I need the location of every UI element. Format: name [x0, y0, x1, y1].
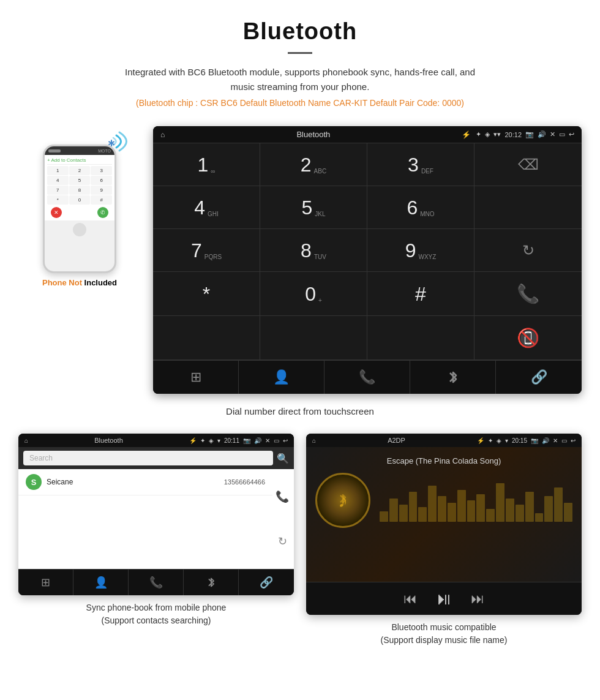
music-time: 20:15	[512, 437, 527, 444]
close-icon[interactable]: ✕	[550, 130, 555, 138]
pb-nav-contacts[interactable]: 👤	[73, 570, 129, 595]
dial-key-4[interactable]: 4GHI	[153, 186, 260, 229]
music-close-icon[interactable]: ✕	[553, 437, 558, 444]
phonebook-search[interactable]: Search	[23, 451, 273, 465]
call-button[interactable]: 📞	[517, 283, 539, 304]
music-back-icon[interactable]: ↩	[571, 437, 576, 444]
camera-icon: 📷	[525, 130, 534, 138]
dial-key-0[interactable]: 0+	[260, 272, 367, 316]
pb-nav-phone[interactable]: 📞	[129, 570, 184, 595]
play-pause-button[interactable]: ⏯	[435, 589, 452, 609]
music-wifi-icon: ▾	[505, 437, 508, 444]
phonebook-side-icons: 📞 ↻	[276, 469, 289, 569]
pb-bt-icon: ✦	[200, 437, 205, 444]
dial-screen: ⌂ Bluetooth ⚡ ✦ ◈ ▾▾ 20:12 📷 🔊 ✕ ▭ ↩ 1∞	[153, 126, 582, 394]
prev-button[interactable]: ⏮	[403, 591, 417, 607]
phone-mock: MOTO + Add to Contacts 1 2 3 4 5 6 7 8 9	[43, 145, 116, 273]
dial-nav-keypad[interactable]: ⊞	[153, 361, 239, 394]
music-caption: Bluetooth music compatible(Support displ…	[381, 621, 508, 647]
phone-area: ∗ MOTO + Add to Contacts 1 2 3 4	[18, 126, 141, 287]
dial-key-hash[interactable]: #	[367, 272, 474, 316]
dial-key-7[interactable]: 7PQRS	[153, 229, 260, 272]
refresh-icon: ↻	[522, 242, 534, 259]
phonebook-contact-list: S Seicane 13566664466 📞 ↻	[18, 469, 294, 569]
home-icon[interactable]: ⌂	[160, 130, 165, 139]
music-screen-title: A2DP	[320, 437, 473, 444]
pb-close-icon[interactable]: ✕	[265, 437, 270, 444]
dial-key-star[interactable]: *	[153, 272, 260, 316]
dial-grid: 1∞ 2ABC 3DEF ⌫ 4GHI	[153, 143, 582, 360]
music-main: Escape (The Pina Colada Song) ♪	[306, 447, 582, 582]
dial-key-9[interactable]: 9WXYZ	[367, 229, 474, 272]
music-location-icon: ◈	[497, 437, 501, 444]
backspace-icon[interactable]: ⌫	[518, 156, 539, 173]
next-button[interactable]: ⏭	[471, 591, 484, 607]
music-controls: ⏮ ⏯ ⏭	[306, 582, 582, 615]
dial-key-5[interactable]: 5JKL	[260, 186, 367, 229]
dial-extra-2	[260, 316, 367, 360]
clock: 20:12	[504, 131, 522, 138]
music-bt-overlay-icon	[338, 493, 348, 508]
pb-home-icon[interactable]: ⌂	[24, 437, 28, 444]
music-home-icon[interactable]: ⌂	[312, 437, 316, 444]
dial-empty-2	[474, 186, 582, 229]
volume-icon: 🔊	[538, 130, 546, 138]
dial-caption: Dial number direct from touchscreen	[0, 406, 600, 416]
dial-nav-contacts[interactable]: 👤	[239, 361, 324, 394]
phonebook-bottom-nav: ⊞ 👤 📞 🔗	[18, 569, 294, 595]
bluetooth-signal-icon: ∗	[104, 123, 135, 160]
wifi-icon: ▾▾	[493, 130, 501, 138]
screen-icon: ▭	[559, 130, 565, 138]
pb-bt-nav-icon	[206, 576, 216, 589]
dial-nav-bluetooth[interactable]	[410, 361, 496, 394]
dial-refresh-cell[interactable]: ↻	[474, 229, 582, 272]
end-call-button[interactable]: 📵	[517, 327, 539, 348]
pb-nav-link[interactable]: 🔗	[239, 570, 294, 595]
phone-not-included-label: Phone Not Included	[42, 278, 117, 287]
back-icon[interactable]: ↩	[569, 130, 574, 138]
phone-home-button	[73, 223, 86, 236]
bottom-row: ⌂ Bluetooth ⚡ ✦ ◈ ▾ 20:11 📷 🔊 ✕ ▭ ↩ Sear…	[0, 427, 600, 659]
pb-screen-icon: ▭	[274, 437, 279, 444]
dial-nav-phone[interactable]: 📞	[324, 361, 410, 394]
music-song-title: Escape (The Pina Colada Song)	[387, 456, 501, 465]
music-area: ♪	[315, 473, 572, 528]
pb-call-icon[interactable]: 📞	[276, 490, 289, 503]
pb-camera-icon: 📷	[243, 437, 250, 444]
header-divider	[288, 52, 312, 54]
dial-key-6[interactable]: 6MNO	[367, 186, 474, 229]
music-section: ⌂ A2DP ⚡ ✦ ◈ ▾ 20:15 📷 🔊 ✕ ▭ ↩ Escape (T…	[306, 434, 582, 647]
dial-key-2[interactable]: 2ABC	[260, 143, 367, 186]
music-vol-icon: 🔊	[542, 437, 549, 444]
phonebook-statusbar: ⌂ Bluetooth ⚡ ✦ ◈ ▾ 20:11 📷 🔊 ✕ ▭ ↩	[18, 434, 294, 447]
page-title: Bluetooth	[12, 18, 588, 45]
dial-key-3[interactable]: 3DEF	[367, 143, 474, 186]
pb-back-icon[interactable]: ↩	[283, 437, 288, 444]
contact-number: 13566664466	[224, 478, 265, 486]
dial-screen-title: Bluetooth	[170, 130, 457, 139]
contact-row[interactable]: S Seicane 13566664466	[18, 469, 272, 495]
pb-nav-bluetooth[interactable]	[184, 570, 239, 595]
dial-key-1[interactable]: 1∞	[153, 143, 260, 186]
music-album-art: ♪	[315, 473, 370, 528]
music-usb-icon: ⚡	[477, 437, 484, 444]
music-bt-icon: ✦	[488, 437, 493, 444]
dial-end-call-extra[interactable]: 📵	[474, 316, 582, 360]
header-description: Integrated with BC6 Bluetooth module, su…	[116, 65, 484, 94]
dial-bottom-nav: ⊞ 👤 📞 🔗	[153, 360, 582, 394]
bluetooth-status-icon: ✦	[476, 130, 481, 138]
dial-extra-1	[153, 316, 260, 360]
phonebook-caption: Sync phone-book from mobile phone(Suppor…	[86, 601, 227, 627]
phonebook-section: ⌂ Bluetooth ⚡ ✦ ◈ ▾ 20:11 📷 🔊 ✕ ▭ ↩ Sear…	[18, 434, 294, 647]
location-icon: ◈	[485, 130, 490, 138]
dial-key-8[interactable]: 8TUV	[260, 229, 367, 272]
dial-nav-link[interactable]: 🔗	[496, 361, 582, 394]
pb-nav-keypad[interactable]: ⊞	[18, 570, 73, 595]
search-icon[interactable]: 🔍	[277, 453, 289, 464]
pb-vol-icon: 🔊	[254, 437, 261, 444]
page-header: Bluetooth Integrated with BC6 Bluetooth …	[0, 0, 600, 114]
music-screen-icon: ▭	[561, 437, 567, 444]
dial-statusbar: ⌂ Bluetooth ⚡ ✦ ◈ ▾▾ 20:12 📷 🔊 ✕ ▭ ↩	[153, 126, 582, 143]
pb-refresh-icon[interactable]: ↻	[278, 535, 287, 548]
dial-end-call-cell[interactable]: 📞	[474, 272, 582, 316]
